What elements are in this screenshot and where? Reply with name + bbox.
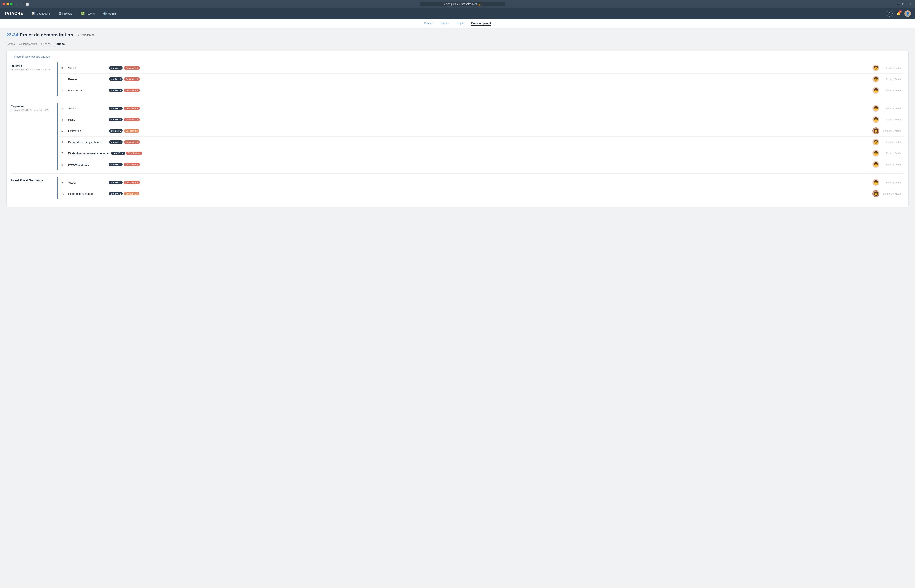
nav-actions[interactable]: ✅ Actions [79, 11, 97, 16]
tab-actions[interactable]: Actions [55, 41, 65, 47]
role-tag-2-1: Économiste [124, 192, 139, 195]
action-avatar-0-1: 👨 [873, 76, 879, 82]
phase-name-2: Avant Projet Sommaire [11, 179, 54, 182]
action-tags-0-2: priorité : 2Dessinateur [109, 89, 488, 92]
nav-admin[interactable]: ⚙️ Admin [102, 11, 118, 16]
new-tab-icon[interactable]: + [906, 2, 908, 6]
action-row-1-1[interactable]: 4Planspriorité : 1Dessinateur👨Fabrice Be… [58, 114, 904, 125]
action-name-1-1: Plans [68, 118, 106, 121]
action-number-1-2: 5 [62, 129, 66, 132]
avatar-emoji: 👨 [873, 65, 879, 71]
notification-button[interactable]: 🔔 7 [896, 11, 902, 16]
role-tag-1-1: Dessinateur [124, 118, 140, 121]
action-row-0-1[interactable]: 1Relevépriorité : 1Dessinateur👨Fabrice B… [58, 74, 904, 85]
action-tags-2-0: priorité : 0Dessinateur [109, 181, 488, 184]
info-icon: ℹ [444, 3, 445, 5]
address-bar[interactable]: ℹ app.pelleauetassocies.com 🔒 [420, 2, 505, 6]
nav-dashboard[interactable]: 📊 Dashboard [30, 11, 52, 16]
role-tag-1-5: Dessinateur [124, 163, 140, 166]
action-row-2-0[interactable]: 9Visuelpriorité : 0Dessinateur👨Fabrice B… [58, 177, 904, 188]
browser-controls: ← → ⬜ [15, 2, 29, 6]
action-row-1-5[interactable]: 8Relevé géomètrepriorité : 5Dessinateur👨… [58, 159, 904, 170]
page-tabs: Détails Collaborateurs Phases Actions [6, 41, 909, 47]
help-button[interactable]: ? [887, 11, 892, 16]
phase-dates-0: 28 septembre 2023 - 28 octobre 2023 [11, 68, 54, 71]
action-user-1-0: Fabrice Bertin [882, 107, 901, 110]
role-tag-1-4: Dessinateur [126, 152, 142, 155]
action-row-2-1[interactable]: 10Étude géotechniquepriorité : 1Économis… [58, 188, 904, 199]
nav-admin-label: Admin [108, 12, 116, 15]
dot-red[interactable] [3, 3, 5, 5]
action-user-1-1: Fabrice Bertin [882, 118, 901, 121]
action-number-1-4: 7 [62, 152, 66, 155]
tab-phases[interactable]: Phases [41, 41, 50, 47]
priority-tag-1-0: priorité : 0 [109, 107, 123, 110]
action-number-2-1: 10 [62, 192, 66, 195]
sub-nav-creer-projet[interactable]: Créer un projet [471, 21, 491, 26]
avatar-emoji: 👨 [873, 139, 879, 145]
avatar-emoji: 👨 [873, 77, 879, 82]
sub-nav-taches[interactable]: Tâches [440, 21, 449, 26]
action-number-0-0: 0 [62, 66, 66, 69]
priority-tag-0-2: priorité : 2 [109, 89, 123, 92]
action-name-1-4: Étude d'assinissement autonome [68, 152, 109, 155]
browser-chrome: ← → ⬜ ℹ app.pelleauetassocies.com 🔒 🛡 ⬆ … [0, 0, 915, 8]
forward-button[interactable]: → [20, 2, 24, 6]
dot-yellow[interactable] [6, 3, 9, 5]
action-avatar-0-0: 👨 [873, 65, 879, 71]
action-user-2-1: Emmanuel Métro [882, 192, 901, 195]
sub-nav-phases[interactable]: Phases [424, 21, 433, 26]
dot-green[interactable] [10, 3, 13, 5]
action-name-0-2: Mise au net [68, 89, 106, 92]
lock-icon: 🔒 [478, 3, 481, 5]
sub-nav-projets[interactable]: Projets [456, 21, 464, 26]
app-container: TATACHE 📊 Dashboard ☰ Projects ✅ Actions… [0, 8, 915, 588]
action-row-1-4[interactable]: 7Étude d'assinissement autonomepriorité … [58, 148, 904, 159]
phase-info-0: Relevés28 septembre 2023 - 28 octobre 20… [11, 63, 57, 96]
action-avatar-2-0: 👨 [873, 179, 879, 186]
action-row-0-2[interactable]: 2Mise au netpriorité : 2Dessinateur👨Fabr… [58, 85, 904, 96]
action-row-1-2[interactable]: 5Estimationpriorité : 2Économiste🧔Emmanu… [58, 125, 904, 137]
action-avatar-2-1: 🧔 [873, 190, 879, 197]
avatar-emoji: 👨 [873, 117, 879, 122]
tab-details[interactable]: Détails [6, 41, 15, 47]
role-tag-1-0: Dessinateur [124, 107, 140, 110]
user-avatar-emoji: 👤 [905, 11, 910, 16]
action-tags-1-0: priorité : 0Dessinateur [109, 107, 488, 110]
action-name-1-0: Visuel [68, 107, 106, 110]
avatar-emoji: 🧔 [873, 128, 879, 133]
priority-tag-1-1: priorité : 1 [109, 118, 123, 121]
action-row-1-3[interactable]: 6Demande de diagnostiquepriorité : 3Dess… [58, 137, 904, 148]
browser-right-controls: 🛡 ⬆ + ⊡ [896, 2, 912, 6]
share-icon[interactable]: ⬆ [902, 2, 904, 6]
back-button[interactable]: ← [15, 2, 19, 6]
nav-projects[interactable]: ☰ Projects [57, 11, 74, 16]
tab-collaborateurs[interactable]: Collaborateurs [19, 41, 37, 47]
back-link[interactable]: ← Revenir au choix des phases [11, 55, 904, 58]
browser-dots [3, 3, 13, 5]
shield-icon: 🛡 [896, 2, 899, 6]
user-avatar[interactable]: 👤 [904, 10, 911, 17]
avatar-emoji: 👨 [873, 106, 879, 111]
nav-right: ? 🔔 7 👤 [887, 10, 911, 17]
action-avatar-1-2: 🧔 [873, 128, 879, 134]
nav-actions-label: Actions [86, 12, 95, 15]
priority-tag-1-3: priorité : 3 [109, 141, 123, 144]
reinitialiser-button[interactable]: ⚙ Réinitialiser [76, 33, 96, 37]
sub-nav: Phases Tâches Projets Créer un projet [0, 19, 915, 28]
priority-tag-0-1: priorité : 1 [109, 78, 123, 81]
nav-dashboard-label: Dashboard [36, 12, 50, 15]
actions-list-1: 3Visuelpriorité : 0Dessinateur👨Fabrice B… [57, 103, 904, 170]
dashboard-icon: 📊 [32, 12, 35, 15]
actions-card: ← Revenir au choix des phases Relevés28 … [6, 50, 909, 207]
priority-tag-1-2: priorité : 2 [109, 129, 123, 132]
action-tags-2-1: priorité : 1Économiste [109, 192, 488, 195]
priority-tag-2-1: priorité : 1 [109, 192, 123, 195]
action-name-0-1: Relevé [68, 78, 106, 81]
action-row-1-0[interactable]: 3Visuelpriorité : 0Dessinateur👨Fabrice B… [58, 103, 904, 114]
action-row-0-0[interactable]: 0Visuelpriorité : 0Dessinateur👨Fabrice B… [58, 63, 904, 74]
menu-icon[interactable]: ⊡ [910, 2, 912, 6]
main-content: 23-34 Projet de démonstration ⚙ Réinitia… [0, 28, 915, 211]
action-user-0-2: Fabrice Bertin [882, 89, 901, 92]
priority-tag-1-5: priorité : 5 [109, 163, 123, 166]
